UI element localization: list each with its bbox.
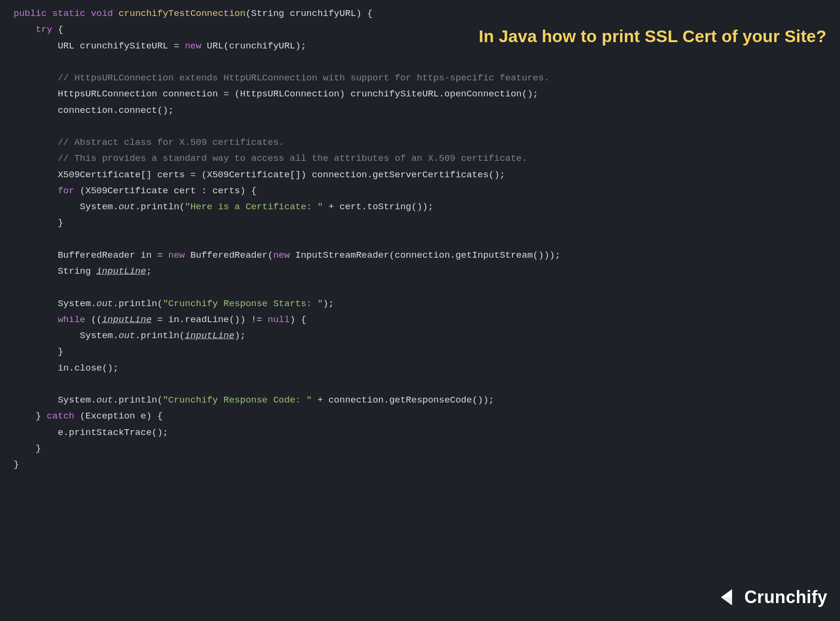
code-text: ); [323, 298, 334, 309]
code-text: ); [234, 330, 246, 341]
kw-new: new [185, 41, 201, 51]
code-text: in.close(); [58, 363, 118, 373]
comment-line: // This provides a standard way to acces… [58, 153, 527, 164]
code-text: X509Certificate[] certs = (X509Certifica… [58, 170, 505, 180]
code-text: .println( [135, 202, 185, 212]
var-inputline: inputLine [102, 314, 152, 325]
code-text: } [14, 459, 19, 470]
kw-void: void [91, 8, 113, 19]
code-text: (X509Certificate cert : certs) { [74, 186, 256, 196]
crunchify-logo-text: Crunchify [744, 582, 827, 612]
field-out: out [119, 202, 135, 212]
code-text: } [36, 411, 47, 421]
code-text: (( [85, 314, 102, 325]
string-literal: "Here is a Certificate: " [185, 202, 323, 212]
svg-marker-0 [721, 589, 732, 597]
kw-new: new [168, 250, 185, 261]
code-text: .println( [113, 395, 163, 405]
kw-public: public [14, 8, 47, 19]
code-text: connection.connect(); [58, 105, 173, 116]
var-inputline: inputLine [185, 330, 235, 341]
string-literal: "Crunchify Response Code: " [163, 395, 312, 405]
code-text: + connection.getResponseCode()); [312, 395, 494, 405]
string-literal: "Crunchify Response Starts: " [163, 298, 323, 309]
code-text: String [58, 266, 96, 277]
code-text: System. [80, 202, 119, 212]
code-text: InputStreamReader(connection.getInputStr… [290, 250, 560, 261]
svg-marker-1 [721, 597, 732, 605]
page-title: In Java how to print SSL Cert of your Si… [242, 21, 826, 51]
code-text: System. [80, 330, 119, 341]
code-text: } [58, 346, 63, 357]
code-text: (String crunchifyURL) { [246, 8, 373, 19]
code-text: = in.readLine()) != [152, 314, 267, 325]
kw-try: try [36, 24, 52, 35]
code-text: ) { [290, 314, 306, 325]
code-text: .println( [135, 330, 185, 341]
code-text: .println( [113, 298, 163, 309]
comment-line: // HttpsURLConnection extends HttpURLCon… [58, 73, 549, 83]
kw-for: for [58, 186, 74, 196]
crunchify-logo: Crunchify [720, 582, 827, 612]
kw-null: null [268, 314, 290, 325]
code-text: URL crunchifySiteURL = [58, 41, 185, 51]
kw-static: static [52, 8, 85, 19]
kw-catch: catch [47, 411, 74, 421]
comment-line: // Abstract class for X.509 certificates… [58, 137, 284, 148]
kw-while: while [58, 314, 85, 325]
crunchify-icon [720, 587, 740, 607]
code-text: } [58, 217, 63, 228]
field-out: out [119, 330, 135, 341]
code-text: + cert.toString()); [323, 202, 434, 212]
code-text: BufferedReader in = [58, 250, 168, 261]
code-text: e.printStackTrace(); [58, 427, 168, 438]
code-text: System. [58, 395, 96, 405]
code-block: public static void crunchifyTestConnecti… [14, 6, 826, 473]
kw-new: new [273, 250, 290, 261]
code-text: } [36, 443, 41, 454]
code-text: System. [58, 298, 96, 309]
var-inputline: inputLine [96, 266, 146, 277]
code-text: ; [146, 266, 152, 277]
method-name: crunchifyTestConnection [119, 8, 246, 19]
field-out: out [96, 298, 113, 309]
code-text: (Exception e) { [74, 411, 162, 421]
code-text: BufferedReader( [185, 250, 273, 261]
field-out: out [96, 395, 113, 405]
code-text: { [52, 24, 63, 35]
code-text: HttpsURLConnection connection = (HttpsUR… [58, 89, 538, 99]
